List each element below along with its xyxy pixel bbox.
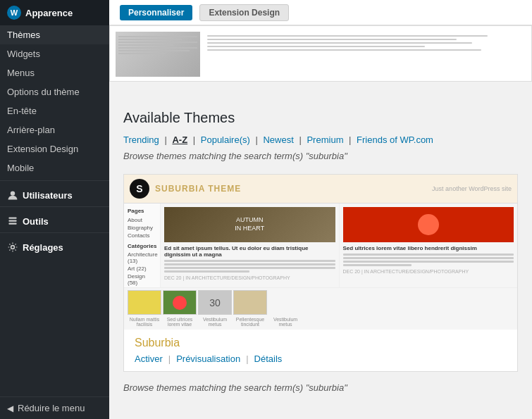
personalise-button[interactable]: Personnaliser (120, 5, 192, 20)
sidebar-item-mobile[interactable]: Mobile (0, 158, 109, 177)
sidebar-item-extension-design[interactable]: Extension Design (0, 139, 109, 158)
menus-label: Menus (7, 68, 35, 78)
user-icon (7, 189, 18, 201)
reglages-label: Réglages (23, 242, 63, 253)
suburbia-mockup: S SUBURBIA THEME Just another WordPress … (124, 175, 517, 330)
mock-col-2: Sed ultrices lorem vitae libero hendreri… (340, 204, 518, 287)
svg-rect-2 (8, 223, 16, 224)
mock-tagline: Just another WordPress site (432, 185, 512, 192)
extension-design-label: Extension Design (7, 144, 78, 154)
filter-trending[interactable]: Trending (123, 135, 159, 145)
tools-icon (7, 215, 18, 227)
sidebar-item-utilisateurs[interactable]: Utilisateurs (0, 184, 109, 204)
settings-icon (7, 242, 18, 253)
background-label: Arrière-plan (7, 125, 55, 135)
preview-link[interactable]: Prévisualisation (176, 354, 240, 364)
top-preview-description (200, 32, 526, 75)
outils-label: Outils (23, 216, 49, 227)
mock-footer: 30 (124, 287, 517, 317)
mock-img-2 (343, 207, 514, 242)
mock-img-1: AUTUMNIN HEART (164, 207, 335, 242)
sidebar-item-themes[interactable]: Thèmes (0, 25, 109, 44)
sidebar-app-title: Apparence (25, 8, 73, 18)
sidebar-item-widgets[interactable]: Widgets (0, 44, 109, 63)
mock-content-area: AUTUMNIN HEART Ed sit amet ipsum tellus.… (161, 204, 517, 287)
mock-sidebar: Pages About Biography Contacts Catégorie… (124, 204, 161, 287)
sidebar-item-outils[interactable]: Outils (0, 210, 109, 230)
sidebar-item-header[interactable]: En-tête (0, 101, 109, 120)
theme-actions: Activer | Prévisualisation | Détails (135, 354, 507, 364)
filter-friends[interactable]: Friends of WP.com (357, 135, 433, 145)
widgets-label: Widgets (7, 49, 40, 59)
filter-newest[interactable]: Newest (263, 135, 293, 145)
utilisateurs-group: Utilisateurs (0, 180, 109, 204)
extension-design-button[interactable]: Extension Design (199, 4, 289, 21)
filter-populaire[interactable]: Populaire(s) (201, 135, 250, 145)
sidebar: W Apparence Thèmes Widgets Menus Options… (0, 0, 109, 419)
mock-body: Pages About Biography Contacts Catégorie… (124, 204, 517, 287)
theme-card-suburbia: S SUBURBIA THEME Just another WordPress … (123, 174, 518, 372)
mock-col-1: AUTUMNIN HEART Ed sit amet ipsum tellus.… (161, 204, 340, 287)
theme-info: Suburbia Activer | Prévisualisation | Dé… (124, 330, 517, 371)
svg-rect-1 (8, 220, 16, 221)
sidebar-item-background[interactable]: Arrière-plan (0, 120, 109, 139)
main-content: Personnaliser Extension Design (109, 0, 532, 419)
filter-premium[interactable]: Premium (307, 135, 343, 145)
themes-label: Thèmes (7, 30, 40, 40)
sidebar-item-theme-options[interactable]: Options du thème (0, 82, 109, 101)
browse-text-top: Browse themes matching the search term(s… (123, 151, 518, 161)
mobile-label: Mobile (7, 163, 34, 173)
reglages-group: Réglages (0, 232, 109, 256)
sidebar-item-menus[interactable]: Menus (0, 63, 109, 82)
theme-preview-suburbia: S SUBURBIA THEME Just another WordPress … (124, 175, 517, 330)
outils-group: Outils (0, 206, 109, 230)
theme-options-label: Options du thème (7, 87, 80, 97)
top-bar: Personnaliser Extension Design (109, 0, 532, 25)
sidebar-item-reglages[interactable]: Réglages (0, 236, 109, 256)
svg-point-0 (11, 191, 15, 195)
sidebar-header: W Apparence (0, 0, 109, 25)
mock-header: S SUBURBIA THEME Just another WordPress … (124, 175, 517, 204)
utilisateurs-label: Utilisateurs (23, 190, 73, 201)
mock-logo: S (130, 179, 149, 199)
browse-text-bottom: Browse themes matching the search term(s… (123, 382, 518, 393)
appearance-menu: Thèmes Widgets Menus Options du thème En… (0, 25, 109, 177)
details-link[interactable]: Détails (254, 354, 283, 364)
filter-bar: Trending | A-Z | Populaire(s) | Newest |… (123, 135, 518, 145)
svg-rect-3 (8, 217, 16, 218)
top-preview-image (116, 32, 200, 77)
activate-link[interactable]: Activer (135, 354, 163, 364)
header-label: En-tête (7, 106, 37, 116)
reduce-menu-label: Réduire le menu (18, 403, 85, 413)
svg-point-4 (11, 246, 15, 249)
filter-az[interactable]: A-Z (172, 135, 187, 145)
reduce-menu-button[interactable]: ◀ Réduire le menu (0, 396, 109, 419)
theme-name: Suburbia (135, 337, 507, 349)
top-theme-preview (109, 25, 532, 82)
wp-icon: W (7, 6, 21, 20)
mock-site-title: SUBURBIA THEME (155, 184, 241, 194)
themes-content: Available Themes Trending | A-Z | Popula… (109, 96, 532, 419)
section-title: Available Themes (123, 110, 518, 126)
